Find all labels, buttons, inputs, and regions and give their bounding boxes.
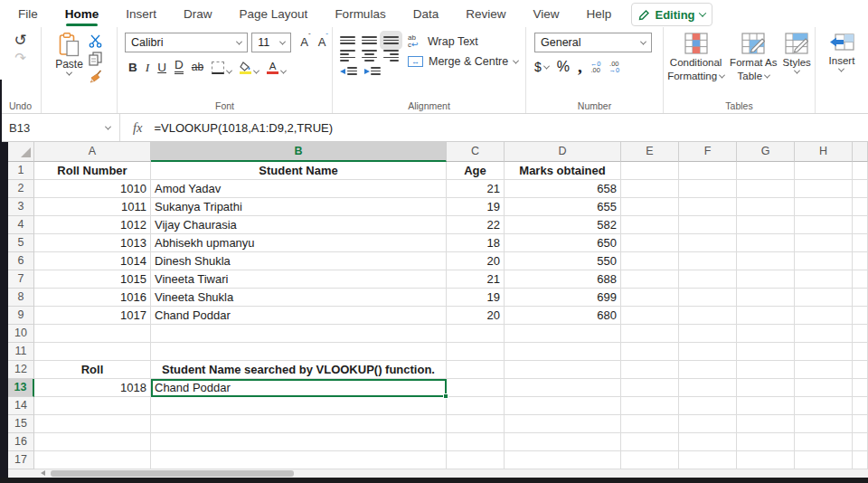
cell[interactable] [447,361,505,379]
row-header-16[interactable]: 16 [8,433,34,451]
paste-button[interactable]: Paste [55,33,83,99]
cell[interactable] [737,270,795,289]
row-header-10[interactable]: 10 [8,325,34,343]
cell-A4[interactable]: 1012 [34,216,151,234]
cell[interactable] [737,361,795,379]
formula-input[interactable]: =VLOOKUP(1018,A1:D9,2,TRUE) [154,121,333,135]
cell[interactable] [447,433,505,451]
cell[interactable] [853,180,868,198]
font-size-select[interactable]: 11 [251,33,291,52]
cell[interactable] [34,325,151,343]
cell-C4[interactable]: 22 [447,216,505,234]
tab-review[interactable]: Review [466,0,505,27]
cell[interactable] [679,415,737,433]
cell-B5[interactable]: Abhisekh upmanyu [151,234,447,252]
cell[interactable] [853,433,868,451]
cell[interactable] [795,307,853,325]
cell[interactable] [795,397,853,415]
cell-A5[interactable]: 1013 [34,234,151,252]
cell[interactable] [447,325,505,343]
align-left-icon[interactable] [340,50,355,62]
cell[interactable] [679,216,737,234]
cell-B4[interactable]: Vijay Chaurasia [151,216,447,234]
cell[interactable] [34,343,151,361]
cell[interactable] [679,379,737,397]
fill-color-button[interactable] [240,62,259,74]
cell-C7[interactable]: 21 [447,270,505,289]
cut-icon[interactable] [89,34,102,48]
cell[interactable] [737,433,795,451]
cell[interactable] [505,325,621,343]
cell[interactable] [679,397,737,415]
cell[interactable] [737,343,795,361]
cell[interactable] [621,397,679,415]
column-header-D[interactable]: D [505,142,621,162]
underline-button[interactable]: U [157,61,166,74]
cell-D5[interactable]: 650 [505,234,621,252]
cell[interactable] [621,325,679,343]
tab-view[interactable]: View [533,0,559,27]
cell[interactable] [737,451,795,469]
copy-icon[interactable] [89,52,102,66]
cell[interactable] [505,397,621,415]
cell[interactable] [795,343,853,361]
column-header-G[interactable]: G [737,142,795,162]
cell[interactable] [853,361,868,379]
cell[interactable] [795,270,853,289]
row-header-8[interactable]: 8 [8,289,34,307]
merge-centre-button[interactable]: ↔ Merge & Centre [408,55,518,68]
cell[interactable] [679,361,737,379]
styles-button[interactable]: Styles [783,33,811,99]
comma-format-button[interactable]: , [578,62,582,72]
cell[interactable] [621,343,679,361]
cell[interactable] [737,216,795,234]
borders-button[interactable] [212,62,231,74]
cell-A8[interactable]: 1016 [34,289,151,307]
tab-formulas[interactable]: Formulas [335,0,385,27]
cell-C8[interactable]: 19 [447,289,505,307]
align-top-icon[interactable] [340,34,355,46]
cell[interactable] [151,451,447,469]
cell[interactable] [621,433,679,451]
cell[interactable] [447,415,505,433]
format-as-table-button[interactable]: Format As Table [730,33,777,99]
align-center-icon[interactable] [362,50,377,62]
conditional-formatting-button[interactable]: Conditional Formatting [667,33,724,99]
align-right-icon[interactable] [383,50,399,62]
cell[interactable] [679,289,737,307]
cell[interactable] [737,379,795,397]
cell[interactable] [151,433,447,451]
increase-indent-icon[interactable] [363,65,381,77]
cell[interactable] [853,379,868,397]
cell[interactable] [795,252,853,270]
cell-D9[interactable]: 680 [505,307,621,325]
cell[interactable] [795,162,853,180]
cell[interactable] [621,198,679,216]
cell[interactable] [737,397,795,415]
cell[interactable] [679,180,737,198]
cell[interactable] [505,433,621,451]
decrease-indent-icon[interactable] [340,65,357,77]
scroll-left-icon[interactable] [41,470,45,476]
tab-file[interactable]: File [18,0,38,27]
cell[interactable] [34,451,151,469]
column-header-H[interactable]: H [795,142,853,162]
horizontal-scrollbar[interactable] [8,469,868,478]
cell[interactable] [795,180,853,198]
cell[interactable] [621,216,679,234]
cell[interactable] [853,397,868,415]
cell-A9[interactable]: 1017 [34,307,151,325]
cell[interactable] [621,252,679,270]
cell-D8[interactable]: 699 [505,289,621,307]
column-header-A[interactable]: A [34,142,151,162]
cell[interactable] [737,415,795,433]
cell[interactable] [853,325,868,343]
undo-icon[interactable]: ↺ [14,33,26,49]
cell[interactable] [737,198,795,216]
cell[interactable] [737,234,795,252]
cell[interactable] [447,343,505,361]
cell[interactable] [621,289,679,307]
cell-B7[interactable]: Vineeta Tiwari [151,270,447,289]
cell[interactable] [853,234,868,252]
cell-B8[interactable]: Vineeta Shukla [151,289,447,307]
